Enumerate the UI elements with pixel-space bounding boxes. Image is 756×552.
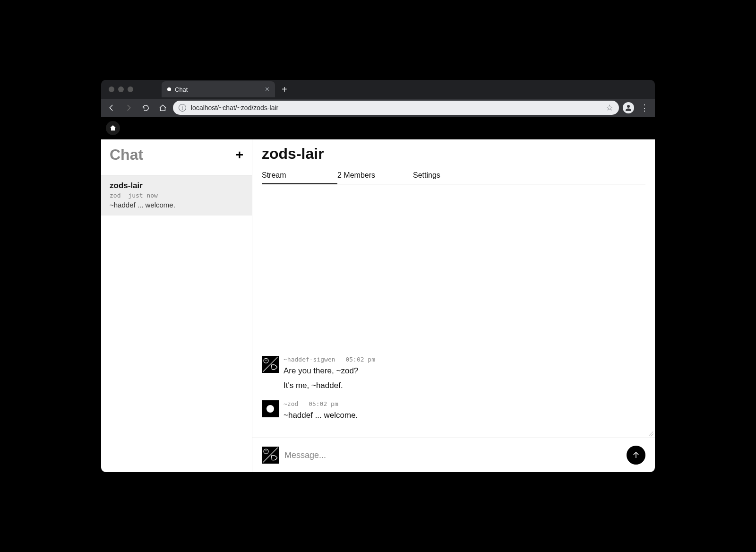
message-list: ~haddef-sigwen 05:02 pm Are you there, ~… [252, 184, 655, 438]
close-tab-icon[interactable]: × [265, 85, 269, 94]
message-text: Are you there, ~zod? [284, 364, 645, 377]
chat-title: zods-lair [262, 145, 645, 163]
main-header: zods-lair Stream 2 Members Settings [252, 139, 655, 184]
tab-bar: Chat × + [101, 80, 655, 99]
tabs: Stream 2 Members Settings [262, 167, 645, 184]
svg-point-3 [265, 360, 266, 361]
tab-stream[interactable]: Stream [262, 167, 337, 184]
avatar [262, 400, 279, 417]
resize-handle-icon[interactable] [648, 431, 654, 437]
tab-members[interactable]: 2 Members [337, 167, 413, 184]
sidebar-header: Chat + [101, 139, 252, 175]
message-meta: ~haddef-sigwen 05:02 pm [284, 356, 645, 363]
new-tab-button[interactable]: + [275, 84, 294, 95]
sidebar-chat-item[interactable]: zods-lair zod just now ~haddef ... welco… [101, 175, 252, 216]
sidebar: Chat + zods-lair zod just now ~haddef ..… [101, 139, 252, 472]
message-input[interactable] [284, 450, 621, 460]
message-author: ~zod [284, 400, 298, 407]
message-time: 05:02 pm [309, 400, 338, 407]
message-author: ~haddef-sigwen [284, 356, 335, 363]
composer [252, 438, 655, 472]
message-body: ~haddef-sigwen 05:02 pm Are you there, ~… [284, 356, 645, 391]
browser-toolbar: i localhost/~chat/~zod/zods-lair ☆ ⋮ [101, 99, 655, 117]
app-header [101, 117, 655, 139]
profile-button[interactable] [623, 102, 634, 113]
sidebar-title: Chat [110, 146, 143, 164]
avatar [262, 356, 279, 373]
home-browser-button[interactable] [156, 101, 169, 114]
chat-item-name: zods-lair [110, 181, 243, 190]
reload-button[interactable] [139, 101, 152, 114]
app-body: Chat + zods-lair zod just now ~haddef ..… [101, 139, 655, 472]
browser-menu-icon[interactable]: ⋮ [638, 103, 651, 113]
send-button[interactable] [627, 446, 645, 465]
message-text: ~haddef ... welcome. [284, 409, 645, 422]
browser-window: Chat × + i localhost/~chat/~zod/zods-lai… [101, 80, 655, 472]
site-info-icon[interactable]: i [179, 104, 186, 112]
address-bar[interactable]: i localhost/~chat/~zod/zods-lair ☆ [173, 101, 619, 115]
back-button[interactable] [105, 101, 118, 114]
message-time: 05:02 pm [345, 356, 375, 363]
svg-point-4 [266, 360, 267, 361]
app-home-button[interactable] [106, 121, 120, 135]
minimize-window-button[interactable] [118, 86, 124, 92]
main-panel: zods-lair Stream 2 Members Settings ~had… [252, 139, 655, 472]
message-text: It's me, ~haddef. [284, 379, 645, 392]
message-body: ~zod 05:02 pm ~haddef ... welcome. [284, 400, 645, 422]
message: ~zod 05:02 pm ~haddef ... welcome. [262, 400, 645, 422]
maximize-window-button[interactable] [128, 86, 133, 92]
chat-item-author: zod [110, 192, 120, 199]
forward-button[interactable] [122, 101, 135, 114]
browser-tab[interactable]: Chat × [162, 81, 275, 97]
new-chat-button[interactable]: + [236, 147, 243, 163]
tab-favicon [167, 87, 171, 91]
tab-title: Chat [175, 86, 261, 93]
svg-point-8 [266, 450, 267, 451]
tab-settings[interactable]: Settings [413, 167, 489, 184]
chat-item-meta: zod just now [110, 192, 243, 199]
message: ~haddef-sigwen 05:02 pm Are you there, ~… [262, 356, 645, 391]
svg-point-7 [265, 450, 266, 451]
chat-item-time: just now [128, 192, 158, 199]
svg-point-0 [627, 105, 630, 108]
bookmark-icon[interactable]: ☆ [606, 103, 613, 113]
url-text: localhost/~chat/~zod/zods-lair [191, 104, 601, 112]
message-meta: ~zod 05:02 pm [284, 400, 645, 407]
chat-item-preview: ~haddef ... welcome. [110, 201, 243, 209]
window-controls [109, 86, 133, 92]
close-window-button[interactable] [109, 86, 114, 92]
composer-avatar [262, 447, 279, 464]
